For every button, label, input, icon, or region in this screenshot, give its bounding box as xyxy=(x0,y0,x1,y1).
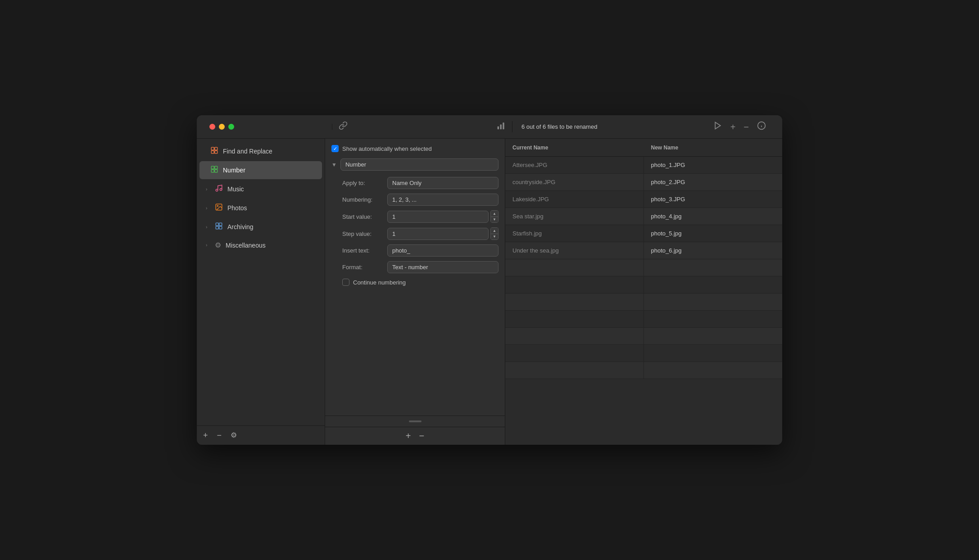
apply-to-control: Name Only Extension Only Name and Extens… xyxy=(387,177,499,189)
insert-text-input[interactable] xyxy=(387,244,499,257)
apply-to-label: Apply to: xyxy=(342,180,387,186)
file-current-4: Sea star.jpg xyxy=(505,208,644,225)
middle-remove-button[interactable]: − xyxy=(419,431,425,441)
step-value-input[interactable] xyxy=(387,228,489,240)
sidebar-item-music[interactable]: › Music xyxy=(199,180,322,198)
file-row-4[interactable]: Sea star.jpg photo_4.jpg xyxy=(505,208,782,225)
start-value-row: Start value: ▲ ▼ xyxy=(342,210,499,223)
file-row-1[interactable]: Attersee.JPG photo_1.JPG xyxy=(505,157,782,174)
sidebar-add-button[interactable]: + xyxy=(203,431,208,439)
start-value-stepper: ▲ ▼ xyxy=(490,210,499,223)
svg-rect-1 xyxy=(500,125,502,130)
file-current-6: Under the sea.jpg xyxy=(505,242,644,259)
main-window: 6 out of 6 files to be renamed + − xyxy=(197,115,782,445)
info-button[interactable] xyxy=(757,121,766,132)
svg-rect-20 xyxy=(219,223,222,226)
file-row-empty-7 xyxy=(505,362,782,379)
sidebar-item-photos-label: Photos xyxy=(227,204,247,212)
step-value-row: Step value: ▲ ▼ xyxy=(342,227,499,240)
file-row-5[interactable]: Starfish.jpg photo_5.jpg xyxy=(505,225,782,242)
svg-rect-9 xyxy=(211,151,214,154)
svg-rect-7 xyxy=(211,147,214,150)
file-new-5: photo_5.jpg xyxy=(644,225,783,242)
titlebar: 6 out of 6 files to be renamed + − xyxy=(197,115,782,139)
sidebar-item-photos[interactable]: › Photos xyxy=(199,199,322,217)
numbering-control: 1, 2, 3, ... 01, 02, 03, ... 001, 002, 0… xyxy=(387,194,499,206)
remove-button[interactable]: − xyxy=(743,122,749,131)
status-text: 6 out of 6 files to be renamed xyxy=(521,123,597,130)
middle-add-button[interactable]: + xyxy=(406,431,411,441)
right-panel: Current Name New Name Attersee.JPG photo… xyxy=(505,139,782,445)
file-row-empty-1 xyxy=(505,259,782,276)
format-select[interactable]: Text - number Number - text Number only … xyxy=(387,261,499,273)
sidebar-remove-button[interactable]: − xyxy=(217,431,222,439)
format-control: Text - number Number - text Number only … xyxy=(387,261,499,273)
start-value-decrement[interactable]: ▼ xyxy=(491,217,498,223)
step-value-decrement[interactable]: ▼ xyxy=(491,234,498,240)
file-new-4: photo_4.jpg xyxy=(644,208,783,225)
chevron-right-icon-3: › xyxy=(206,225,210,230)
link-icon[interactable] xyxy=(339,121,348,132)
chevron-right-icon-4: › xyxy=(206,243,210,248)
file-row-2[interactable]: countryside.JPG photo_2.JPG xyxy=(505,174,782,191)
middle-toolbar xyxy=(332,121,512,132)
start-value-input[interactable] xyxy=(387,211,489,223)
archiving-icon xyxy=(215,222,223,232)
sidebar-items: Find and Replace Number xyxy=(197,139,325,425)
add-button[interactable]: + xyxy=(730,122,736,131)
fullscreen-button[interactable] xyxy=(228,124,234,130)
sidebar-settings-button[interactable]: ⚙ xyxy=(231,432,237,439)
sidebar-item-archiving[interactable]: › Archiving xyxy=(199,218,322,236)
number-dropdown[interactable]: Number xyxy=(340,158,499,171)
file-current-2: countryside.JPG xyxy=(505,174,644,190)
svg-rect-21 xyxy=(216,226,218,229)
insert-text-row: Insert text: xyxy=(342,244,499,257)
middle-panel: ✓ Show automatically when selected ▼ Num… xyxy=(325,139,505,445)
start-value-control: ▲ ▼ xyxy=(387,210,499,223)
insert-text-control xyxy=(387,244,499,257)
file-current-3: Lakeside.JPG xyxy=(505,191,644,208)
sidebar-item-number[interactable]: Number xyxy=(199,161,322,179)
stats-icon xyxy=(497,121,506,132)
start-value-increment[interactable]: ▲ xyxy=(491,211,498,217)
close-button[interactable] xyxy=(209,124,215,130)
sidebar-item-misc-label: Miscellaneous xyxy=(226,242,266,249)
form-grid: Apply to: Name Only Extension Only Name … xyxy=(331,177,499,273)
music-icon xyxy=(215,184,223,194)
format-row: Format: Text - number Number - text Numb… xyxy=(342,261,499,273)
chevron-right-icon: › xyxy=(206,187,210,192)
svg-rect-0 xyxy=(498,126,499,130)
sidebar-item-miscellaneous[interactable]: › ⚙ Miscellaneous xyxy=(199,237,322,253)
svg-point-15 xyxy=(216,189,218,191)
checkmark-icon: ✓ xyxy=(333,146,337,152)
minimize-button[interactable] xyxy=(219,124,225,130)
continue-numbering-row: Continue numbering xyxy=(331,279,499,286)
step-value-control: ▲ ▼ xyxy=(387,227,499,240)
show-auto-checkbox[interactable]: ✓ xyxy=(331,145,339,152)
file-row-3[interactable]: Lakeside.JPG photo_3.JPG xyxy=(505,191,782,208)
svg-point-18 xyxy=(217,205,218,206)
collapse-arrow-icon[interactable]: ▼ xyxy=(331,162,337,168)
file-row-empty-5 xyxy=(505,328,782,345)
numbering-select[interactable]: 1, 2, 3, ... 01, 02, 03, ... 001, 002, 0… xyxy=(387,194,499,206)
sidebar-item-music-label: Music xyxy=(227,185,244,193)
file-row-6[interactable]: Under the sea.jpg photo_6.jpg xyxy=(505,242,782,259)
continue-numbering-label: Continue numbering xyxy=(353,279,406,286)
new-name-header: New Name xyxy=(644,139,783,156)
file-new-6: photo_6.jpg xyxy=(644,242,783,259)
top-bar-right: 6 out of 6 files to be renamed + − xyxy=(512,121,775,132)
numbering-label: Numbering: xyxy=(342,196,387,203)
file-row-empty-4 xyxy=(505,311,782,328)
step-value-label: Step value: xyxy=(342,230,387,237)
file-new-3: photo_3.JPG xyxy=(644,191,783,208)
apply-to-select[interactable]: Name Only Extension Only Name and Extens… xyxy=(387,177,499,189)
sidebar-footer: + − ⚙ xyxy=(197,425,325,445)
sidebar-item-find-replace[interactable]: Find and Replace xyxy=(199,142,322,160)
step-value-increment[interactable]: ▲ xyxy=(491,228,498,234)
play-button[interactable] xyxy=(713,121,722,132)
continue-numbering-checkbox[interactable] xyxy=(342,279,349,286)
number-dropdown-row: ▼ Number xyxy=(331,158,499,171)
number-dropdown-container: Number xyxy=(340,158,499,171)
svg-marker-3 xyxy=(715,122,721,129)
step-value-stepper: ▲ ▼ xyxy=(490,227,499,240)
